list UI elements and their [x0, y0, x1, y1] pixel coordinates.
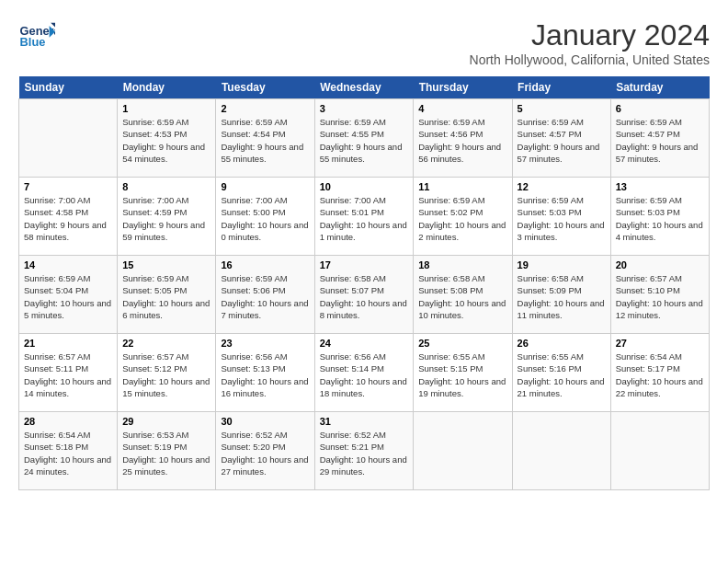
- calendar-cell: 29 Sunrise: 6:53 AMSunset: 5:19 PMDaylig…: [118, 412, 216, 490]
- calendar-cell: 28 Sunrise: 6:54 AMSunset: 5:18 PMDaylig…: [19, 412, 118, 490]
- day-info: Sunrise: 6:57 AMSunset: 5:10 PMDaylight:…: [616, 272, 704, 321]
- day-number: 6: [616, 103, 704, 114]
- title-block: January 2024 North Hollywood, California…: [470, 18, 710, 67]
- day-info: Sunrise: 6:56 AMSunset: 5:13 PMDaylight:…: [221, 350, 309, 399]
- day-info: Sunrise: 6:54 AMSunset: 5:17 PMDaylight:…: [616, 350, 704, 399]
- day-number: 4: [418, 103, 506, 114]
- day-info: Sunrise: 7:00 AMSunset: 4:59 PMDaylight:…: [122, 194, 210, 243]
- calendar-cell: 20 Sunrise: 6:57 AMSunset: 5:10 PMDaylig…: [610, 256, 709, 334]
- day-info: Sunrise: 6:59 AMSunset: 4:53 PMDaylight:…: [122, 116, 210, 165]
- day-info: Sunrise: 6:59 AMSunset: 5:05 PMDaylight:…: [122, 272, 210, 321]
- day-info: Sunrise: 6:55 AMSunset: 5:15 PMDaylight:…: [418, 350, 506, 399]
- calendar-cell: 11 Sunrise: 6:59 AMSunset: 5:02 PMDaylig…: [414, 178, 512, 256]
- day-info: Sunrise: 6:59 AMSunset: 4:54 PMDaylight:…: [221, 116, 309, 165]
- calendar-cell: 8 Sunrise: 7:00 AMSunset: 4:59 PMDayligh…: [118, 178, 216, 256]
- weekday-header-monday: Monday: [118, 76, 216, 99]
- weekday-header-tuesday: Tuesday: [216, 76, 314, 99]
- day-number: 7: [24, 181, 112, 192]
- location: North Hollywood, California, United Stat…: [470, 52, 710, 67]
- day-number: 13: [616, 181, 704, 192]
- day-number: 14: [24, 259, 112, 270]
- weekday-header-wednesday: Wednesday: [314, 76, 414, 99]
- calendar-cell: 13 Sunrise: 6:59 AMSunset: 5:03 PMDaylig…: [610, 178, 709, 256]
- calendar-cell: 23 Sunrise: 6:56 AMSunset: 5:13 PMDaylig…: [216, 334, 314, 412]
- logo-icon: General Blue: [18, 18, 55, 55]
- day-number: 17: [320, 259, 409, 270]
- calendar-cell: 14 Sunrise: 6:59 AMSunset: 5:04 PMDaylig…: [19, 256, 118, 334]
- day-number: 29: [122, 416, 210, 427]
- day-info: Sunrise: 7:00 AMSunset: 5:01 PMDaylight:…: [320, 194, 409, 243]
- day-number: 15: [122, 259, 210, 270]
- calendar-cell: 1 Sunrise: 6:59 AMSunset: 4:53 PMDayligh…: [118, 99, 216, 178]
- calendar-cell: 5 Sunrise: 6:59 AMSunset: 4:57 PMDayligh…: [512, 99, 610, 178]
- calendar-cell: 30 Sunrise: 6:52 AMSunset: 5:20 PMDaylig…: [216, 412, 314, 490]
- calendar-cell: 16 Sunrise: 6:59 AMSunset: 5:06 PMDaylig…: [216, 256, 314, 334]
- day-number: 8: [122, 181, 210, 192]
- day-number: 26: [518, 338, 606, 349]
- day-number: 5: [518, 103, 606, 114]
- day-info: Sunrise: 6:59 AMSunset: 4:57 PMDaylight:…: [518, 116, 606, 165]
- calendar-cell: 31 Sunrise: 6:52 AMSunset: 5:21 PMDaylig…: [314, 412, 414, 490]
- weekday-header-sunday: Sunday: [19, 76, 118, 99]
- day-number: 19: [518, 259, 606, 270]
- day-number: 27: [616, 338, 704, 349]
- weekday-header-friday: Friday: [512, 76, 610, 99]
- day-info: Sunrise: 6:52 AMSunset: 5:20 PMDaylight:…: [221, 429, 309, 477]
- calendar-cell: 22 Sunrise: 6:57 AMSunset: 5:12 PMDaylig…: [118, 334, 216, 412]
- svg-text:Blue: Blue: [20, 35, 46, 49]
- day-number: 21: [24, 338, 112, 349]
- day-number: 28: [24, 416, 112, 427]
- calendar-cell: 3 Sunrise: 6:59 AMSunset: 4:55 PMDayligh…: [314, 99, 414, 178]
- calendar-cell: 24 Sunrise: 6:56 AMSunset: 5:14 PMDaylig…: [314, 334, 414, 412]
- day-number: 20: [616, 259, 704, 270]
- day-info: Sunrise: 6:58 AMSunset: 5:07 PMDaylight:…: [320, 272, 409, 321]
- day-number: 12: [518, 181, 606, 192]
- day-info: Sunrise: 6:58 AMSunset: 5:08 PMDaylight:…: [418, 272, 506, 321]
- day-number: 3: [320, 103, 409, 114]
- logo: General Blue: [18, 18, 59, 55]
- day-info: Sunrise: 6:59 AMSunset: 4:55 PMDaylight:…: [320, 116, 409, 165]
- day-info: Sunrise: 6:54 AMSunset: 5:18 PMDaylight:…: [24, 429, 112, 477]
- calendar-cell: [610, 412, 709, 490]
- day-number: 25: [418, 338, 506, 349]
- calendar-cell: 26 Sunrise: 6:55 AMSunset: 5:16 PMDaylig…: [512, 334, 610, 412]
- day-number: 9: [221, 181, 309, 192]
- day-info: Sunrise: 6:55 AMSunset: 5:16 PMDaylight:…: [518, 350, 606, 399]
- day-info: Sunrise: 6:53 AMSunset: 5:19 PMDaylight:…: [122, 429, 210, 477]
- calendar-table: SundayMondayTuesdayWednesdayThursdayFrid…: [18, 76, 710, 490]
- calendar-cell: 19 Sunrise: 6:58 AMSunset: 5:09 PMDaylig…: [512, 256, 610, 334]
- day-number: 18: [418, 259, 506, 270]
- day-info: Sunrise: 6:56 AMSunset: 5:14 PMDaylight:…: [320, 350, 409, 399]
- day-info: Sunrise: 6:58 AMSunset: 5:09 PMDaylight:…: [518, 272, 606, 321]
- month-title: January 2024: [470, 18, 710, 52]
- calendar-cell: 27 Sunrise: 6:54 AMSunset: 5:17 PMDaylig…: [610, 334, 709, 412]
- day-number: 22: [122, 338, 210, 349]
- day-info: Sunrise: 7:00 AMSunset: 5:00 PMDaylight:…: [221, 194, 309, 243]
- day-info: Sunrise: 6:59 AMSunset: 5:02 PMDaylight:…: [418, 194, 506, 243]
- day-info: Sunrise: 6:59 AMSunset: 4:56 PMDaylight:…: [418, 116, 506, 165]
- day-info: Sunrise: 6:59 AMSunset: 4:57 PMDaylight:…: [616, 116, 704, 165]
- day-info: Sunrise: 6:59 AMSunset: 5:03 PMDaylight:…: [616, 194, 704, 243]
- calendar-cell: 15 Sunrise: 6:59 AMSunset: 5:05 PMDaylig…: [118, 256, 216, 334]
- weekday-header-saturday: Saturday: [610, 76, 709, 99]
- day-info: Sunrise: 6:59 AMSunset: 5:03 PMDaylight:…: [518, 194, 606, 243]
- calendar-cell: 4 Sunrise: 6:59 AMSunset: 4:56 PMDayligh…: [414, 99, 512, 178]
- calendar-cell: [512, 412, 610, 490]
- calendar-cell: 25 Sunrise: 6:55 AMSunset: 5:15 PMDaylig…: [414, 334, 512, 412]
- day-number: 23: [221, 338, 309, 349]
- day-number: 24: [320, 338, 409, 349]
- day-number: 2: [221, 103, 309, 114]
- day-number: 16: [221, 259, 309, 270]
- calendar-cell: 10 Sunrise: 7:00 AMSunset: 5:01 PMDaylig…: [314, 178, 414, 256]
- day-number: 31: [320, 416, 409, 427]
- day-info: Sunrise: 6:59 AMSunset: 5:06 PMDaylight:…: [221, 272, 309, 321]
- day-number: 1: [122, 103, 210, 114]
- calendar-cell: 9 Sunrise: 7:00 AMSunset: 5:00 PMDayligh…: [216, 178, 314, 256]
- calendar-cell: 6 Sunrise: 6:59 AMSunset: 4:57 PMDayligh…: [610, 99, 709, 178]
- page-header: General Blue January 2024 North Hollywoo…: [18, 18, 710, 67]
- day-number: 10: [320, 181, 409, 192]
- calendar-cell: [19, 99, 118, 178]
- calendar-cell: 18 Sunrise: 6:58 AMSunset: 5:08 PMDaylig…: [414, 256, 512, 334]
- day-number: 30: [221, 416, 309, 427]
- calendar-cell: 7 Sunrise: 7:00 AMSunset: 4:58 PMDayligh…: [19, 178, 118, 256]
